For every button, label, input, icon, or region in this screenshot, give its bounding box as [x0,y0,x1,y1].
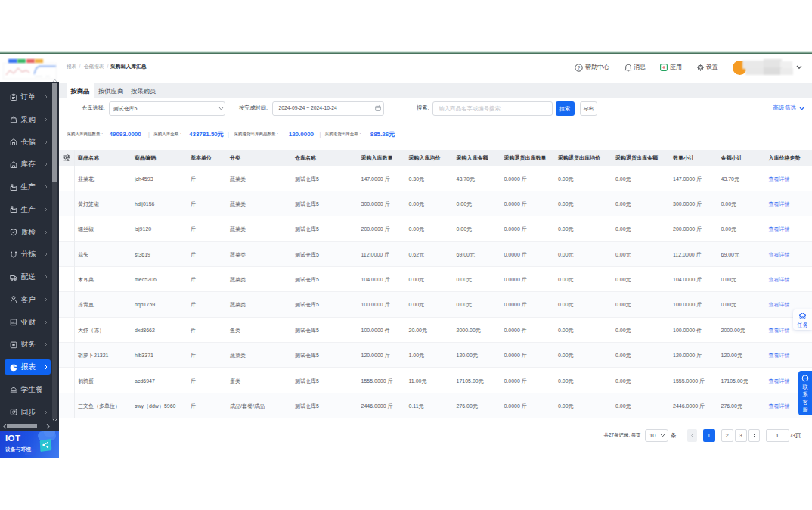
svg-text:?: ? [578,65,581,70]
